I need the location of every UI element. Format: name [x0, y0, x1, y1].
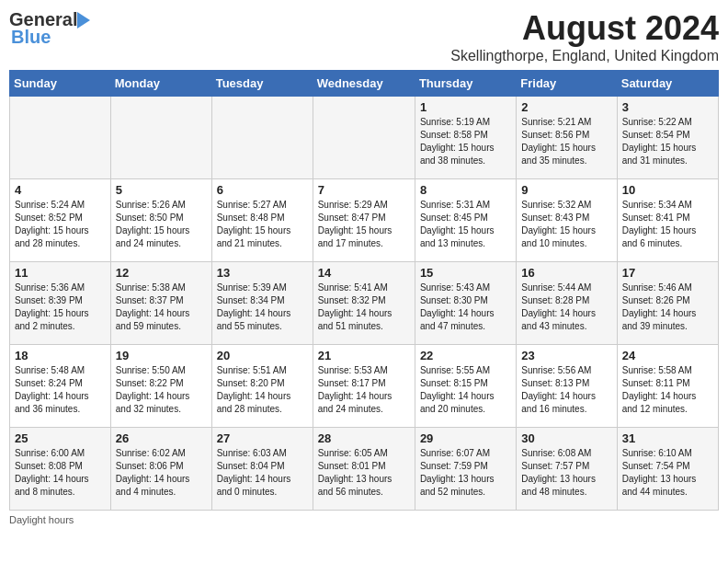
day-info: Sunrise: 5:21 AM Sunset: 8:56 PM Dayligh… [521, 116, 611, 167]
day-info: Sunrise: 5:55 AM Sunset: 8:15 PM Dayligh… [420, 364, 511, 416]
calendar-day-header: Sunday [10, 71, 111, 97]
day-info: Sunrise: 5:22 AM Sunset: 8:54 PM Dayligh… [622, 116, 713, 167]
day-number: 19 [116, 349, 207, 362]
day-number: 9 [521, 183, 611, 197]
calendar-week-row: 4Sunrise: 5:24 AM Sunset: 8:52 PM Daylig… [10, 179, 719, 262]
calendar-cell: 7Sunrise: 5:29 AM Sunset: 8:47 PM Daylig… [313, 179, 415, 262]
calendar-cell: 10Sunrise: 5:34 AM Sunset: 8:41 PM Dayli… [617, 179, 718, 262]
day-number: 24 [622, 349, 713, 362]
day-info: Sunrise: 5:39 AM Sunset: 8:34 PM Dayligh… [217, 282, 308, 333]
calendar-cell: 16Sunrise: 5:44 AM Sunset: 8:28 PM Dayli… [517, 262, 617, 345]
calendar-cell: 18Sunrise: 5:48 AM Sunset: 8:24 PM Dayli… [10, 345, 111, 428]
calendar-cell: 6Sunrise: 5:27 AM Sunset: 8:48 PM Daylig… [211, 179, 313, 262]
day-info: Sunrise: 5:32 AM Sunset: 8:43 PM Dayligh… [521, 199, 611, 250]
calendar-cell: 9Sunrise: 5:32 AM Sunset: 8:43 PM Daylig… [517, 179, 617, 262]
day-info: Sunrise: 5:50 AM Sunset: 8:22 PM Dayligh… [116, 364, 207, 416]
day-number: 15 [420, 266, 511, 280]
day-info: Sunrise: 6:05 AM Sunset: 8:01 PM Dayligh… [318, 447, 410, 499]
day-info: Sunrise: 5:43 AM Sunset: 8:30 PM Dayligh… [420, 282, 511, 333]
calendar-cell: 27Sunrise: 6:03 AM Sunset: 8:04 PM Dayli… [211, 428, 313, 511]
day-number: 7 [318, 183, 410, 197]
day-info: Sunrise: 6:10 AM Sunset: 7:54 PM Dayligh… [622, 447, 713, 499]
day-info: Sunrise: 6:08 AM Sunset: 7:57 PM Dayligh… [521, 447, 611, 499]
calendar-day-header: Wednesday [313, 71, 415, 97]
day-info: Sunrise: 5:58 AM Sunset: 8:11 PM Dayligh… [622, 364, 713, 416]
day-number: 18 [15, 349, 106, 362]
day-info: Sunrise: 6:02 AM Sunset: 8:06 PM Dayligh… [116, 447, 207, 499]
day-number: 28 [318, 431, 410, 445]
day-number: 11 [15, 266, 106, 280]
day-info: Sunrise: 5:29 AM Sunset: 8:47 PM Dayligh… [318, 199, 410, 250]
day-number: 23 [521, 349, 611, 362]
calendar-cell: 23Sunrise: 5:56 AM Sunset: 8:13 PM Dayli… [517, 345, 617, 428]
calendar-cell: 3Sunrise: 5:22 AM Sunset: 8:54 PM Daylig… [617, 97, 718, 179]
day-info: Sunrise: 5:46 AM Sunset: 8:26 PM Dayligh… [622, 282, 713, 333]
location-subtitle: Skellingthorpe, England, United Kingdom [450, 48, 719, 64]
calendar-cell: 14Sunrise: 5:41 AM Sunset: 8:32 PM Dayli… [313, 262, 415, 345]
calendar-cell: 24Sunrise: 5:58 AM Sunset: 8:11 PM Dayli… [617, 345, 718, 428]
calendar-cell: 26Sunrise: 6:02 AM Sunset: 8:06 PM Dayli… [110, 428, 211, 511]
day-number: 25 [15, 431, 106, 445]
day-info: Sunrise: 5:48 AM Sunset: 8:24 PM Dayligh… [15, 364, 106, 416]
calendar-week-row: 1Sunrise: 5:19 AM Sunset: 8:58 PM Daylig… [10, 97, 719, 179]
day-number: 20 [217, 349, 308, 362]
calendar-cell: 12Sunrise: 5:38 AM Sunset: 8:37 PM Dayli… [110, 262, 211, 345]
calendar-header-row: SundayMondayTuesdayWednesdayThursdayFrid… [10, 71, 719, 97]
calendar-cell: 11Sunrise: 5:36 AM Sunset: 8:39 PM Dayli… [10, 262, 111, 345]
day-info: Sunrise: 6:03 AM Sunset: 8:04 PM Dayligh… [217, 447, 308, 499]
calendar-cell: 25Sunrise: 6:00 AM Sunset: 8:08 PM Dayli… [10, 428, 111, 511]
day-number: 5 [116, 183, 207, 197]
calendar-table: SundayMondayTuesdayWednesdayThursdayFrid… [9, 70, 719, 511]
day-number: 13 [217, 266, 308, 280]
day-number: 29 [420, 431, 511, 445]
logo-blue-text: Blue [9, 27, 51, 48]
day-number: 31 [622, 431, 713, 445]
day-info: Sunrise: 5:26 AM Sunset: 8:50 PM Dayligh… [116, 199, 207, 250]
day-number: 21 [318, 349, 410, 362]
day-number: 8 [420, 183, 511, 197]
day-number: 26 [116, 431, 207, 445]
calendar-cell [211, 97, 313, 179]
day-number: 17 [622, 266, 713, 280]
day-info: Sunrise: 5:56 AM Sunset: 8:13 PM Dayligh… [521, 364, 611, 416]
calendar-cell: 13Sunrise: 5:39 AM Sunset: 8:34 PM Dayli… [211, 262, 313, 345]
day-number: 1 [420, 100, 511, 114]
calendar-cell: 5Sunrise: 5:26 AM Sunset: 8:50 PM Daylig… [110, 179, 211, 262]
day-number: 14 [318, 266, 410, 280]
calendar-cell: 4Sunrise: 5:24 AM Sunset: 8:52 PM Daylig… [10, 179, 111, 262]
calendar-day-header: Thursday [415, 71, 516, 97]
day-number: 27 [217, 431, 308, 445]
day-info: Sunrise: 5:38 AM Sunset: 8:37 PM Dayligh… [116, 282, 207, 333]
calendar-cell: 8Sunrise: 5:31 AM Sunset: 8:45 PM Daylig… [415, 179, 516, 262]
calendar-cell: 2Sunrise: 5:21 AM Sunset: 8:56 PM Daylig… [517, 97, 617, 179]
day-info: Sunrise: 5:51 AM Sunset: 8:20 PM Dayligh… [217, 364, 308, 416]
day-info: Sunrise: 5:34 AM Sunset: 8:41 PM Dayligh… [622, 199, 713, 250]
day-number: 22 [420, 349, 511, 362]
day-info: Sunrise: 5:44 AM Sunset: 8:28 PM Dayligh… [521, 282, 611, 333]
calendar-cell: 22Sunrise: 5:55 AM Sunset: 8:15 PM Dayli… [415, 345, 516, 428]
daylight-hours-label: Daylight hours [9, 514, 74, 525]
day-number: 10 [622, 183, 713, 197]
logo-arrow-icon [77, 12, 97, 29]
calendar-cell [313, 97, 415, 179]
day-info: Sunrise: 5:24 AM Sunset: 8:52 PM Dayligh… [15, 199, 106, 250]
day-number: 4 [15, 183, 106, 197]
day-number: 12 [116, 266, 207, 280]
calendar-day-header: Monday [110, 71, 211, 97]
logo: General Blue [9, 9, 97, 48]
day-info: Sunrise: 5:27 AM Sunset: 8:48 PM Dayligh… [217, 199, 308, 250]
calendar-cell: 30Sunrise: 6:08 AM Sunset: 7:57 PM Dayli… [517, 428, 617, 511]
footer-note: Daylight hours [9, 514, 719, 525]
svg-marker-0 [77, 12, 90, 29]
calendar-cell [10, 97, 111, 179]
calendar-cell: 19Sunrise: 5:50 AM Sunset: 8:22 PM Dayli… [110, 345, 211, 428]
day-number: 2 [521, 100, 611, 114]
calendar-week-row: 11Sunrise: 5:36 AM Sunset: 8:39 PM Dayli… [10, 262, 719, 345]
day-info: Sunrise: 5:53 AM Sunset: 8:17 PM Dayligh… [318, 364, 410, 416]
calendar-cell: 20Sunrise: 5:51 AM Sunset: 8:20 PM Dayli… [211, 345, 313, 428]
day-number: 6 [217, 183, 308, 197]
calendar-cell: 15Sunrise: 5:43 AM Sunset: 8:30 PM Dayli… [415, 262, 516, 345]
calendar-cell [110, 97, 211, 179]
title-area: August 2024 Skellingthorpe, England, Uni… [450, 9, 719, 64]
day-info: Sunrise: 6:00 AM Sunset: 8:08 PM Dayligh… [15, 447, 106, 499]
